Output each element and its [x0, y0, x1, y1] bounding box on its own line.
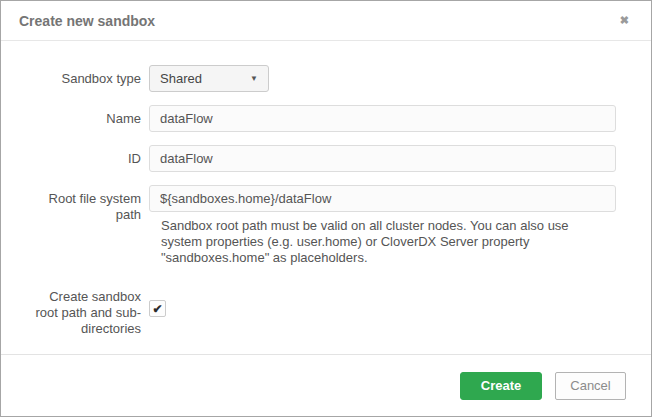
create-root-checkbox[interactable]: ✔ — [149, 300, 166, 317]
root-path-field: Sandbox root path must be valid on all c… — [149, 185, 616, 266]
name-input[interactable] — [149, 105, 616, 132]
name-field — [149, 105, 616, 132]
create-button[interactable]: Create — [460, 372, 542, 400]
sandbox-type-select[interactable]: Shared ▼ — [149, 65, 269, 92]
dialog-header: Create new sandbox ✖ — [1, 1, 651, 41]
create-root-row: Create sandbox root path and sub-directo… — [33, 283, 651, 337]
root-path-label: Root file system path — [33, 185, 141, 266]
close-icon[interactable]: ✖ — [616, 11, 633, 30]
cancel-button[interactable]: Cancel — [555, 372, 626, 400]
checkmark-icon: ✔ — [152, 303, 162, 315]
dialog-body: Sandbox type Shared ▼ Name ID Root file … — [1, 41, 651, 337]
create-root-label: Create sandbox root path and sub-directo… — [33, 283, 141, 337]
id-input[interactable] — [149, 145, 616, 172]
sandbox-type-field: Shared ▼ — [149, 65, 269, 92]
name-row: Name — [33, 105, 651, 132]
sandbox-type-selected-value: Shared — [160, 71, 202, 86]
root-path-help-text: Sandbox root path must be valid on all c… — [161, 218, 613, 266]
root-path-row: Root file system path Sandbox root path … — [33, 185, 651, 266]
id-field — [149, 145, 616, 172]
chevron-down-icon: ▼ — [250, 75, 258, 83]
sandbox-type-row: Sandbox type Shared ▼ — [33, 65, 651, 92]
sandbox-type-label: Sandbox type — [33, 65, 141, 92]
dialog-footer: Create Cancel — [1, 354, 651, 416]
id-label: ID — [33, 145, 141, 172]
root-path-input[interactable] — [149, 185, 616, 212]
dialog-title: Create new sandbox — [19, 13, 155, 29]
name-label: Name — [33, 105, 141, 132]
id-row: ID — [33, 145, 651, 172]
create-sandbox-dialog: Create new sandbox ✖ Sandbox type Shared… — [0, 0, 652, 417]
